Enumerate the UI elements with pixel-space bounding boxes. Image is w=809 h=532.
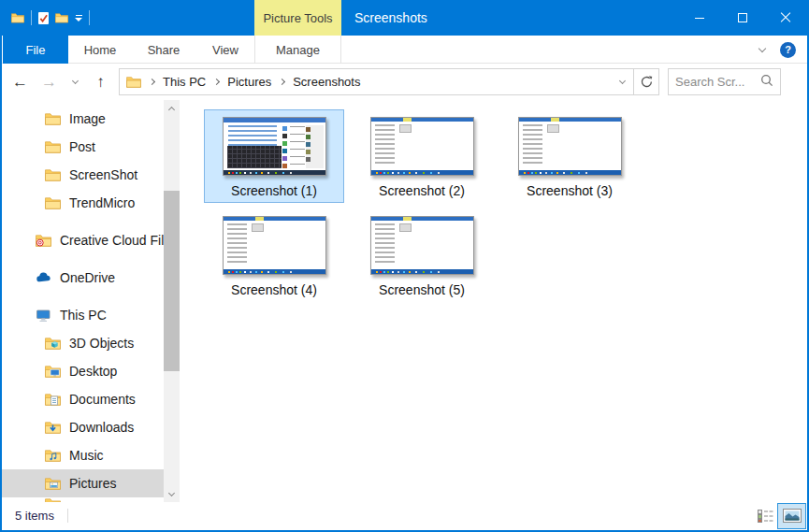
file-tile-screenshot-2[interactable]: Screenshot (2) [352, 109, 492, 203]
large-icons-view-button[interactable] [777, 503, 806, 529]
address-dropdown-icon[interactable] [611, 81, 633, 83]
file-name: Screenshot (2) [379, 183, 465, 198]
file-name: Screenshot (4) [231, 282, 317, 297]
customize-toolbar-icon[interactable] [75, 15, 82, 22]
item-count: 5 items [15, 509, 54, 523]
minimize-icon [695, 18, 704, 19]
scroll-down-icon[interactable] [164, 486, 180, 502]
sidebar-item-post[interactable]: Post [2, 133, 164, 161]
large-icons-view-icon [783, 509, 802, 523]
folder-icon [45, 196, 61, 209]
music-folder-icon [45, 449, 61, 462]
breadcrumb-this-pc[interactable]: This PC [158, 75, 210, 89]
file-tile-screenshot-1[interactable]: Screenshot (1) [204, 109, 344, 203]
details-view-button[interactable] [753, 504, 777, 528]
explorer-icon[interactable] [11, 12, 24, 23]
maximize-icon [738, 13, 747, 22]
onedrive-cloud-icon [36, 271, 51, 284]
thumbnail-preview [370, 117, 474, 176]
sidebar-item-3d-objects[interactable]: 3D Objects [2, 329, 164, 357]
downloads-folder-icon [45, 421, 61, 434]
explorer-window: Picture Tools Screenshots File Home Shar… [0, 0, 809, 532]
thumbnail-preview [518, 117, 622, 176]
folder-icon [45, 140, 61, 153]
expand-ribbon-icon[interactable] [758, 44, 766, 51]
sidebar-item-desktop[interactable]: Desktop [2, 357, 164, 385]
file-tile-screenshot-4[interactable]: Screenshot (4) [204, 208, 344, 302]
tab-view[interactable]: View [195, 36, 255, 64]
breadcrumb-separator-icon [276, 79, 288, 84]
tab-file[interactable]: File [3, 36, 68, 64]
refresh-icon[interactable] [634, 75, 658, 89]
file-list: Screenshot (1) Screenshot (2) [180, 100, 807, 502]
desktop-folder-icon [45, 365, 61, 378]
new-folder-icon[interactable] [55, 12, 68, 23]
sidebar-item-onedrive[interactable]: OneDrive [2, 264, 164, 292]
status-divider [67, 509, 68, 523]
scrollbar-thumb[interactable] [164, 191, 180, 371]
help-icon[interactable]: ? [780, 42, 796, 58]
thumbnail-preview [223, 216, 326, 275]
sidebar-scrollbar[interactable] [164, 100, 180, 502]
forward-button[interactable]: → [35, 68, 64, 96]
status-bar: 5 items [2, 502, 807, 529]
sidebar-item-pictures[interactable]: Pictures [2, 469, 164, 497]
pictures-folder-icon [45, 477, 61, 490]
search-input[interactable] [675, 75, 760, 89]
sidebar-item-image[interactable]: Image [2, 105, 164, 133]
3d-objects-folder-icon [45, 337, 61, 350]
breadcrumb-pictures[interactable]: Pictures [223, 75, 276, 89]
quick-access-toolbar [11, 0, 90, 36]
sidebar-item-creative-cloud-files[interactable]: Creative Cloud Files [2, 226, 164, 254]
computer-icon [36, 309, 51, 323]
scroll-up-icon[interactable] [164, 100, 180, 116]
window-controls [678, 0, 807, 36]
minimize-button[interactable] [678, 0, 721, 36]
picture-tools-contextual-tab[interactable]: Picture Tools [254, 0, 341, 36]
navigation-pane: Image Post ScreenShot TrendMicro Creativ… [2, 100, 180, 502]
close-icon [780, 12, 791, 23]
sidebar-item-documents[interactable]: Documents [2, 385, 164, 413]
thumbnail-preview [370, 216, 474, 275]
file-name: Screenshot (3) [527, 183, 613, 198]
search-icon[interactable] [760, 74, 773, 91]
location-folder-icon [126, 76, 141, 88]
address-toolbar: ← → ↑ This PC Pictures Screenshots [2, 64, 807, 100]
sidebar-item-this-pc[interactable]: This PC [2, 301, 164, 329]
file-name: Screenshot (1) [231, 183, 317, 198]
tab-share[interactable]: Share [132, 36, 195, 64]
file-tile-screenshot-5[interactable]: Screenshot (5) [352, 208, 492, 302]
sidebar-item-trendmicro[interactable]: TrendMicro [2, 189, 164, 217]
sidebar-item-downloads[interactable]: Downloads [2, 413, 164, 441]
toolbar-separator [89, 10, 90, 25]
tab-manage[interactable]: Manage [254, 36, 341, 64]
folder-icon [45, 112, 61, 125]
recent-locations-icon[interactable] [64, 68, 86, 96]
back-button[interactable]: ← [6, 68, 35, 96]
details-view-icon [758, 510, 773, 523]
sidebar-item-screenshot[interactable]: ScreenShot [2, 161, 164, 189]
breadcrumb-separator-icon [146, 79, 158, 84]
up-button[interactable]: ↑ [86, 68, 115, 96]
search-box [668, 68, 781, 95]
address-bar[interactable]: This PC Pictures Screenshots [119, 68, 659, 95]
folder-icon [45, 168, 61, 181]
title-bar: Picture Tools Screenshots [2, 0, 807, 36]
tab-home[interactable]: Home [68, 36, 132, 64]
breadcrumb-screenshots[interactable]: Screenshots [288, 75, 365, 89]
maximize-button[interactable] [721, 0, 764, 36]
properties-icon[interactable] [38, 12, 49, 24]
main-area: Image Post ScreenShot TrendMicro Creativ… [2, 100, 807, 502]
breadcrumb-separator-icon [210, 79, 223, 84]
documents-folder-icon [45, 393, 61, 406]
window-title: Screenshots [354, 0, 427, 36]
ribbon-tabs: File Home Share View Manage ? [2, 36, 807, 64]
thumbnail-preview [223, 117, 326, 176]
file-tile-screenshot-3[interactable]: Screenshot (3) [499, 109, 640, 203]
sidebar-item-music[interactable]: Music [2, 441, 164, 469]
creative-cloud-folder-icon [36, 234, 51, 247]
file-name: Screenshot (5) [379, 282, 465, 297]
close-button[interactable] [764, 0, 807, 36]
toolbar-separator [31, 10, 32, 25]
